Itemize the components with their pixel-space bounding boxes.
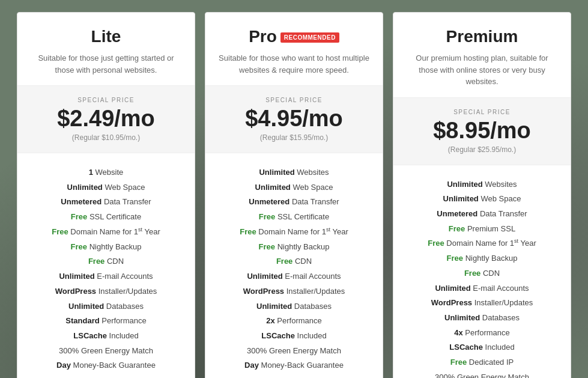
feature-item: Unlimited Web Space xyxy=(29,180,183,195)
feature-item: Day Money-Back Guarantee xyxy=(217,358,371,373)
feature-item: Free Nightly Backup xyxy=(29,240,183,255)
feature-item: Free CDN xyxy=(405,266,559,281)
plan-description-lite: Suitable for those just getting started … xyxy=(29,52,183,76)
feature-item: Unlimited Databases xyxy=(29,299,183,314)
feature-item: 300% Green Energy Match xyxy=(405,370,559,378)
feature-item: WordPress Installer/Updates xyxy=(217,284,371,299)
feature-item: Unmetered Data Transfer xyxy=(29,195,183,210)
feature-item: Unlimited E-mail Accounts xyxy=(405,281,559,296)
features-section-premium: Unlimited WebsitesUnlimited Web SpaceUnm… xyxy=(393,165,571,379)
feature-item: Day Money-Back Guarantee xyxy=(29,358,183,373)
price-premium: $8.95/mo xyxy=(405,119,559,142)
feature-item: Unmetered Data Transfer xyxy=(217,195,371,210)
plan-description-pro: Suitable for those who want to host mult… xyxy=(217,52,371,76)
feature-item: Free Nightly Backup xyxy=(405,251,559,266)
feature-item: Free CDN xyxy=(217,254,371,269)
feature-item: Unlimited Web Space xyxy=(405,192,559,207)
feature-item: Unlimited Web Space xyxy=(217,180,371,195)
feature-item: Free Dedicated IP xyxy=(405,355,559,370)
feature-item: Unmetered Data Transfer xyxy=(405,207,559,222)
special-price-label-premium: SPECIAL PRICE xyxy=(405,109,559,115)
feature-item: 300% Green Energy Match xyxy=(29,344,183,359)
feature-item: Unlimited Websites xyxy=(405,177,559,192)
special-price-label-lite: SPECIAL PRICE xyxy=(29,97,183,103)
plan-name-premium: Premium xyxy=(405,27,559,46)
plan-name-lite: Lite xyxy=(29,27,183,46)
feature-item: Free Domain Name for 1st Year xyxy=(217,225,371,240)
card-header-pro: ProRECOMMENDEDSuitable for those who wan… xyxy=(205,13,383,86)
regular-price-lite: (Regular $10.95/mo.) xyxy=(29,133,183,142)
feature-item: 1 Website xyxy=(29,165,183,180)
feature-item: LSCache Included xyxy=(29,329,183,344)
feature-item: Unlimited E-mail Accounts xyxy=(217,269,371,284)
feature-item: Free SSL Certificate xyxy=(29,210,183,225)
feature-item: Free Domain Name for 1st Year xyxy=(405,236,559,251)
pricing-card-lite: LiteSuitable for those just getting star… xyxy=(17,12,195,378)
feature-item: Free Premium SSL xyxy=(405,222,559,237)
special-price-label-pro: SPECIAL PRICE xyxy=(217,97,371,103)
feature-item: Free SSL Certificate xyxy=(217,210,371,225)
pricing-card-pro: ProRECOMMENDEDSuitable for those who wan… xyxy=(205,12,383,378)
feature-item: Unlimited E-mail Accounts xyxy=(29,269,183,284)
feature-item: Free Domain Name for 1st Year xyxy=(29,225,183,240)
regular-price-pro: (Regular $15.95/mo.) xyxy=(217,133,371,142)
feature-item: Unlimited Websites xyxy=(217,165,371,180)
price-section-pro: SPECIAL PRICE$4.95/mo(Regular $15.95/mo.… xyxy=(205,86,383,153)
price-section-lite: SPECIAL PRICE$2.49/mo(Regular $10.95/mo.… xyxy=(17,86,195,153)
feature-item: LSCache Included xyxy=(217,329,371,344)
features-section-pro: Unlimited WebsitesUnlimited Web SpaceUnm… xyxy=(205,153,383,378)
feature-item: Unlimited Databases xyxy=(405,311,559,326)
regular-price-premium: (Regular $25.95/mo.) xyxy=(405,145,559,154)
price-pro: $4.95/mo xyxy=(217,107,371,130)
plan-name-pro: ProRECOMMENDED xyxy=(217,27,371,46)
feature-item: Standard Performance xyxy=(29,314,183,329)
pricing-card-premium: PremiumOur premium hosting plan, suitabl… xyxy=(393,12,571,378)
plan-description-premium: Our premium hosting plan, suitable for t… xyxy=(405,52,559,88)
feature-item: LSCache Included xyxy=(405,340,559,355)
price-section-premium: SPECIAL PRICE$8.95/mo(Regular $25.95/mo.… xyxy=(393,98,571,165)
feature-item: WordPress Installer/Updates xyxy=(29,284,183,299)
feature-item: Free Nightly Backup xyxy=(217,240,371,255)
feature-item: 2x Performance xyxy=(217,314,371,329)
feature-item: 4x Performance xyxy=(405,326,559,341)
features-section-lite: 1 WebsiteUnlimited Web SpaceUnmetered Da… xyxy=(17,153,195,378)
card-header-lite: LiteSuitable for those just getting star… xyxy=(17,13,195,86)
price-lite: $2.49/mo xyxy=(29,107,183,130)
feature-item: 300% Green Energy Match xyxy=(217,344,371,359)
feature-item: Unlimited Databases xyxy=(217,299,371,314)
feature-item: WordPress Installer/Updates xyxy=(405,296,559,311)
feature-item: Free CDN xyxy=(29,254,183,269)
card-header-premium: PremiumOur premium hosting plan, suitabl… xyxy=(393,13,571,98)
recommended-badge: RECOMMENDED xyxy=(280,32,339,43)
pricing-container: LiteSuitable for those just getting star… xyxy=(12,12,576,378)
